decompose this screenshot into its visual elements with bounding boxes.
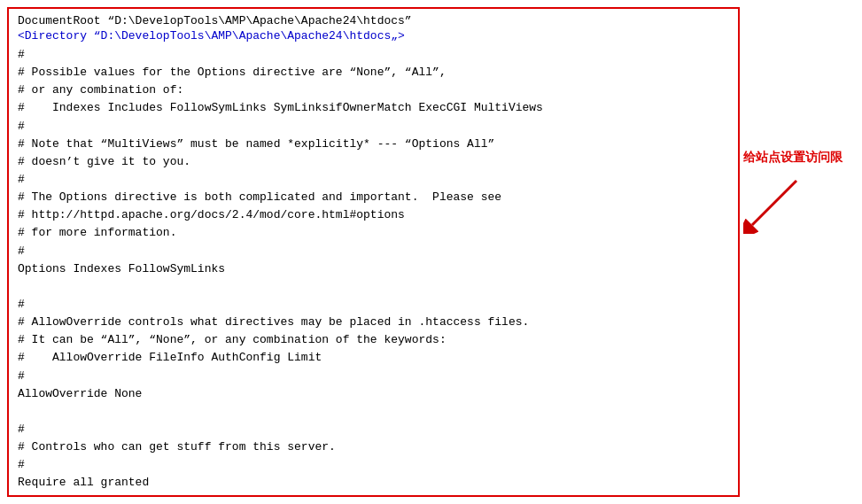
directory-open-tag: <Directory “D:\DevelopTools\AMP\Apache\A… xyxy=(18,29,729,43)
arrow-container xyxy=(743,172,814,225)
code-block: # # Possible values for the Options dire… xyxy=(18,46,729,492)
directory-close-tag: </Directory> xyxy=(18,494,729,497)
annotation-text: 给站点设置访问限 xyxy=(743,149,843,167)
svg-line-1 xyxy=(752,181,796,225)
code-section: DocumentRoot “D:\DevelopTools\AMP\Apache… xyxy=(7,7,740,497)
arrow-icon xyxy=(743,172,814,234)
annotation-section: 给站点设置访问限 xyxy=(740,7,855,497)
main-container: DocumentRoot “D:\DevelopTools\AMP\Apache… xyxy=(0,0,862,504)
docroot-line: DocumentRoot “D:\DevelopTools\AMP\Apache… xyxy=(18,14,729,27)
